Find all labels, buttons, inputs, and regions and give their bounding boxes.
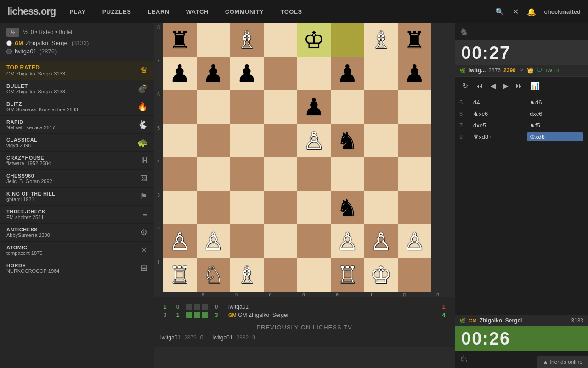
prev-move-button[interactable]: ◀ (487, 80, 498, 92)
tv-category-blitz[interactable]: BLITZ GM Shanava_Konstantine 2633 🔥 (0, 98, 154, 116)
square-c8[interactable]: ♗ (230, 23, 264, 57)
friends-bar[interactable]: ▲ friends online (537, 356, 588, 368)
tv-category-atomic[interactable]: ATOMIC tempaccnt 1875 ✳ (0, 242, 154, 259)
tv-category-top-rated[interactable]: TOP RATED GM Zhigalko_Sergei 3133 ♛ (0, 61, 154, 80)
nav-tools[interactable]: TOOLS (278, 6, 305, 17)
search-icon[interactable]: 🔍 (495, 7, 504, 16)
square-b8[interactable] (197, 23, 230, 57)
square-c6[interactable] (230, 90, 264, 124)
logo[interactable]: lichess.org (7, 6, 56, 17)
square-f2[interactable]: ♙ (331, 224, 364, 258)
square-h5[interactable] (398, 124, 431, 157)
square-g4[interactable] (364, 157, 398, 191)
square-c7[interactable]: ♟ (230, 57, 264, 90)
last-move-button[interactable]: ⏭ (513, 80, 526, 92)
square-h3[interactable] (398, 191, 431, 224)
square-e8[interactable]: ♔ (297, 23, 331, 57)
square-f3[interactable]: ♞ (331, 191, 364, 224)
square-g3[interactable] (364, 191, 398, 224)
square-c4[interactable] (230, 157, 264, 191)
square-b3[interactable] (197, 191, 230, 224)
next-move-button[interactable]: ▶ (500, 80, 511, 92)
square-a2[interactable]: ♙ (163, 224, 197, 258)
bottom-player-name[interactable]: Zhigalko_Sergei (480, 317, 522, 324)
square-b2[interactable]: ♙ (197, 224, 230, 258)
square-c5[interactable] (230, 124, 264, 157)
square-g6[interactable] (364, 90, 398, 124)
flip-board-button[interactable]: ↻ (459, 80, 471, 92)
square-h8[interactable]: ♜ (398, 23, 431, 57)
move-8-white[interactable]: ♛xd8+ (470, 132, 527, 141)
tv-category-antichess[interactable]: ANTICHESS AbbySunterra 2380 ⚙ (0, 224, 154, 242)
square-g7[interactable] (364, 57, 398, 90)
square-h2[interactable]: ♙ (398, 224, 431, 258)
square-e6[interactable]: ♟ (297, 90, 331, 124)
square-b5[interactable] (197, 124, 230, 157)
first-move-button[interactable]: ⏮ (473, 80, 486, 92)
square-d5[interactable] (264, 124, 297, 157)
square-e2[interactable] (297, 224, 331, 258)
square-e3[interactable] (297, 191, 331, 224)
move-8-black[interactable]: ♔xd8 (527, 132, 583, 141)
square-f8[interactable] (331, 23, 364, 57)
nav-community[interactable]: COMMUNITY (222, 6, 267, 17)
square-h7[interactable]: ♟ (398, 57, 431, 90)
square-a3[interactable] (163, 191, 197, 224)
square-g1[interactable]: ♔ (364, 258, 398, 292)
square-e5[interactable]: ♙ (297, 124, 331, 157)
square-d2[interactable] (264, 224, 297, 258)
square-f4[interactable] (331, 157, 364, 191)
square-c1[interactable]: ♗ (230, 258, 264, 292)
player-white-name[interactable]: Zhigalko_Sergei (26, 40, 69, 46)
tv-category-classical[interactable]: CLASSICAL vigyd 2398 🐢 (0, 134, 154, 152)
square-a8[interactable]: ♜ (163, 23, 197, 57)
nav-watch[interactable]: WATCH (183, 6, 211, 17)
square-h4[interactable] (398, 157, 431, 191)
square-c2[interactable] (230, 224, 264, 258)
username[interactable]: checkmatted (544, 8, 581, 15)
score-2-player[interactable]: GM GM Zhigalko_Sergei (228, 312, 435, 318)
square-e7[interactable] (297, 57, 331, 90)
square-d4[interactable] (264, 157, 297, 191)
nav-play[interactable]: PLAY (67, 6, 88, 17)
square-g2[interactable]: ♙ (364, 224, 398, 258)
move-7-black[interactable]: ♞f5 (527, 121, 583, 130)
cross-icon[interactable]: ✕ (513, 7, 519, 16)
player-black-name[interactable]: iwitga01 (15, 48, 37, 55)
square-g5[interactable] (364, 124, 398, 157)
score-1-player[interactable]: iwitga01 (228, 304, 435, 310)
square-f6[interactable] (331, 90, 364, 124)
square-h6[interactable] (398, 90, 431, 124)
square-c3[interactable] (230, 191, 264, 224)
square-h1[interactable] (398, 258, 431, 292)
square-d8[interactable] (264, 23, 297, 57)
move-5-white[interactable]: d4 (470, 98, 527, 107)
square-a7[interactable]: ♟ (163, 57, 197, 90)
move-6-black[interactable]: dxc6 (527, 109, 583, 118)
square-d6[interactable] (264, 90, 297, 124)
square-b6[interactable] (197, 90, 230, 124)
square-d3[interactable] (264, 191, 297, 224)
square-d7[interactable] (264, 57, 297, 90)
prev-game-1[interactable]: iwitga01 2879 0 (160, 334, 203, 341)
square-b7[interactable]: ♟ (197, 57, 230, 90)
square-e4[interactable] (297, 157, 331, 191)
square-a4[interactable] (163, 157, 197, 191)
square-d1[interactable] (264, 258, 297, 292)
square-b1[interactable]: ♘ (197, 258, 230, 292)
move-6-white[interactable]: ♞xc6 (470, 109, 527, 118)
square-a1[interactable]: ♖ (163, 258, 197, 292)
square-b4[interactable] (197, 157, 230, 191)
move-5-black[interactable]: ♞d6 (527, 98, 583, 107)
tv-category-koth[interactable]: KING OF THE HILL gbtami 1921 ⚑ (0, 188, 154, 206)
chess-board[interactable]: ♜ ♗ ♔ ♗ ♜ ♟ ♟ (163, 23, 431, 292)
square-a6[interactable] (163, 90, 197, 124)
tv-category-rapid[interactable]: RAPID NM self_service 2617 🐇 (0, 116, 154, 134)
bell-icon[interactable]: 🔔 (527, 7, 536, 16)
top-player-name[interactable]: iwitg... (469, 67, 486, 74)
analysis-button[interactable]: 📊 (528, 80, 543, 92)
move-7-white[interactable]: dxe5 (470, 121, 527, 130)
tv-category-crazyhouse[interactable]: CRAZYHOUSE flatware_1952 2684 H (0, 152, 154, 170)
square-a5[interactable] (163, 124, 197, 157)
nav-learn[interactable]: LEARN (145, 6, 172, 17)
